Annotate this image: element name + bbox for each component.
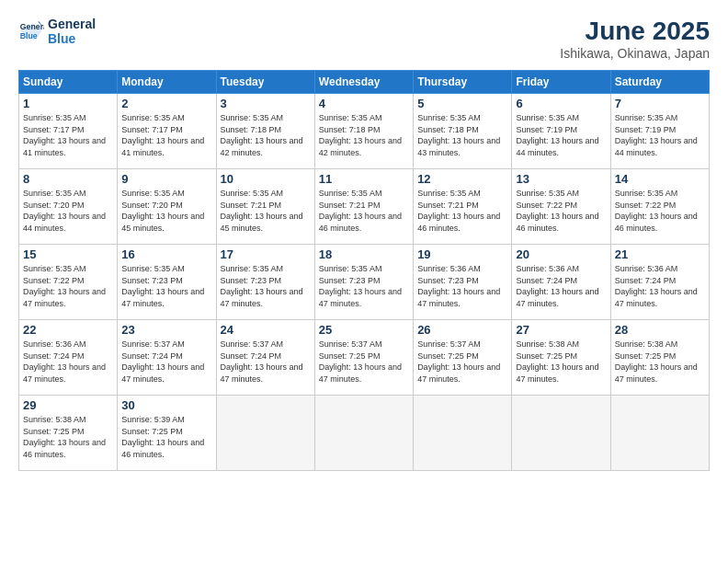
empty-cell-3 (414, 396, 512, 471)
day-21: 21 Sunrise: 5:36 AMSunset: 7:24 PMDaylig… (610, 245, 709, 320)
header-saturday: Saturday (610, 71, 709, 94)
day-7: 7 Sunrise: 5:35 AMSunset: 7:19 PMDayligh… (610, 94, 709, 169)
week-row-2: 8 Sunrise: 5:35 AMSunset: 7:20 PMDayligh… (19, 169, 710, 245)
day-29: 29 Sunrise: 5:38 AMSunset: 7:25 PMDaylig… (19, 396, 118, 471)
day-25: 25 Sunrise: 5:37 AMSunset: 7:25 PMDaylig… (314, 320, 413, 396)
day-9: 9 Sunrise: 5:35 AMSunset: 7:20 PMDayligh… (118, 169, 216, 245)
day-5: 5 Sunrise: 5:35 AMSunset: 7:18 PMDayligh… (414, 94, 512, 169)
day-8: 8 Sunrise: 5:35 AMSunset: 7:20 PMDayligh… (19, 169, 118, 245)
day-20: 20 Sunrise: 5:36 AMSunset: 7:24 PMDaylig… (512, 245, 610, 320)
weekday-header-row: Sunday Monday Tuesday Wednesday Thursday… (19, 71, 710, 94)
week-row-1: 1 Sunrise: 5:35 AMSunset: 7:17 PMDayligh… (19, 94, 710, 169)
day-11: 11 Sunrise: 5:35 AMSunset: 7:21 PMDaylig… (314, 169, 413, 245)
day-27: 27 Sunrise: 5:38 AMSunset: 7:25 PMDaylig… (512, 320, 610, 396)
day-3: 3 Sunrise: 5:35 AMSunset: 7:18 PMDayligh… (216, 94, 314, 169)
page: General Blue General Blue June 2025 Ishi… (0, 0, 728, 563)
week-row-3: 15 Sunrise: 5:35 AMSunset: 7:22 PMDaylig… (19, 245, 710, 320)
day-14: 14 Sunrise: 5:35 AMSunset: 7:22 PMDaylig… (610, 169, 709, 245)
day-16: 16 Sunrise: 5:35 AMSunset: 7:23 PMDaylig… (118, 245, 216, 320)
day-30: 30 Sunrise: 5:39 AMSunset: 7:25 PMDaylig… (118, 396, 216, 471)
day-17: 17 Sunrise: 5:35 AMSunset: 7:23 PMDaylig… (216, 245, 314, 320)
logo-blue: Blue (48, 31, 96, 46)
day-23: 23 Sunrise: 5:37 AMSunset: 7:24 PMDaylig… (118, 320, 216, 396)
empty-cell-4 (512, 396, 610, 471)
header-friday: Friday (512, 71, 610, 94)
day-2: 2 Sunrise: 5:35 AMSunset: 7:17 PMDayligh… (118, 94, 216, 169)
empty-cell-2 (314, 396, 413, 471)
header-thursday: Thursday (414, 71, 512, 94)
header: General Blue General Blue June 2025 Ishi… (18, 17, 710, 61)
day-1: 1 Sunrise: 5:35 AMSunset: 7:17 PMDayligh… (19, 94, 118, 169)
month-title: June 2025 (560, 17, 710, 46)
day-13: 13 Sunrise: 5:35 AMSunset: 7:22 PMDaylig… (512, 169, 610, 245)
day-15: 15 Sunrise: 5:35 AMSunset: 7:22 PMDaylig… (19, 245, 118, 320)
header-sunday: Sunday (19, 71, 118, 94)
day-6: 6 Sunrise: 5:35 AMSunset: 7:19 PMDayligh… (512, 94, 610, 169)
logo-icon: General Blue (18, 18, 44, 44)
day-22: 22 Sunrise: 5:36 AMSunset: 7:24 PMDaylig… (19, 320, 118, 396)
day-18: 18 Sunrise: 5:35 AMSunset: 7:23 PMDaylig… (314, 245, 413, 320)
week-row-5: 29 Sunrise: 5:38 AMSunset: 7:25 PMDaylig… (19, 396, 710, 471)
day-26: 26 Sunrise: 5:37 AMSunset: 7:25 PMDaylig… (414, 320, 512, 396)
calendar: Sunday Monday Tuesday Wednesday Thursday… (18, 70, 710, 471)
empty-cell-1 (216, 396, 314, 471)
header-wednesday: Wednesday (314, 71, 413, 94)
week-row-4: 22 Sunrise: 5:36 AMSunset: 7:24 PMDaylig… (19, 320, 710, 396)
header-monday: Monday (118, 71, 216, 94)
day-28: 28 Sunrise: 5:38 AMSunset: 7:25 PMDaylig… (610, 320, 709, 396)
logo-general: General (48, 17, 96, 31)
day-19: 19 Sunrise: 5:36 AMSunset: 7:23 PMDaylig… (414, 245, 512, 320)
day-10: 10 Sunrise: 5:35 AMSunset: 7:21 PMDaylig… (216, 169, 314, 245)
logo: General Blue General Blue (18, 17, 96, 46)
empty-cell-5 (610, 396, 709, 471)
svg-text:Blue: Blue (20, 31, 38, 40)
header-tuesday: Tuesday (216, 71, 314, 94)
title-block: June 2025 Ishikawa, Okinawa, Japan (560, 17, 710, 61)
day-24: 24 Sunrise: 5:37 AMSunset: 7:24 PMDaylig… (216, 320, 314, 396)
day-12: 12 Sunrise: 5:35 AMSunset: 7:21 PMDaylig… (414, 169, 512, 245)
day-4: 4 Sunrise: 5:35 AMSunset: 7:18 PMDayligh… (314, 94, 413, 169)
location-title: Ishikawa, Okinawa, Japan (560, 46, 710, 61)
